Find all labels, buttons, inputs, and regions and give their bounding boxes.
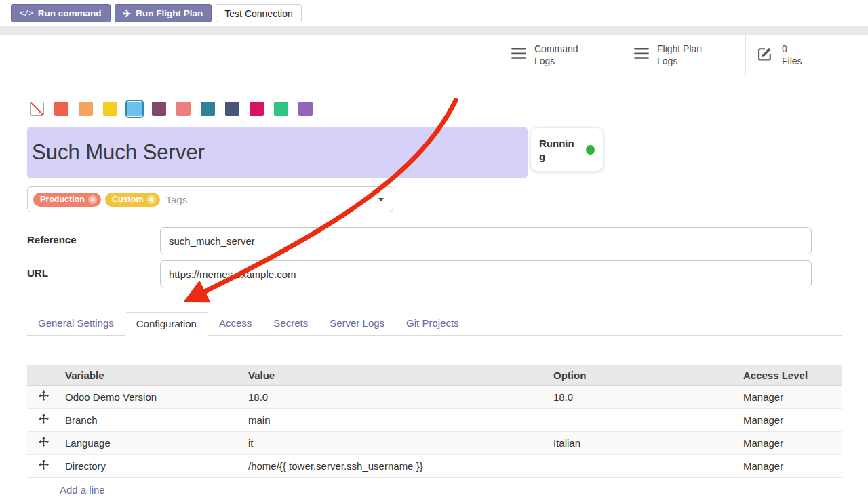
cell-option[interactable]: Italian <box>548 432 738 455</box>
run-flight-plan-label: Run Flight Plan <box>136 8 203 18</box>
run-command-label: Run command <box>38 8 102 18</box>
column-header-option: Option <box>548 365 738 386</box>
plane-icon: ✈ <box>123 8 132 19</box>
cell-variable[interactable]: Odoo Demo Version <box>60 386 243 409</box>
flight-plan-logs-button[interactable]: Flight Plan Logs <box>623 35 745 75</box>
cell-value[interactable]: /home/{{ tower.server.ssh_username }} <box>243 455 548 478</box>
status-card[interactable]: Running <box>530 127 604 172</box>
tab-server-logs[interactable]: Server Logs <box>319 312 395 335</box>
menu-lines-icon <box>634 47 649 62</box>
menu-lines-icon <box>511 47 526 62</box>
color-swatch[interactable] <box>79 102 93 116</box>
color-swatch-none[interactable] <box>30 102 44 116</box>
run-command-button[interactable]: </> Run command <box>11 4 111 22</box>
table-header-row: Variable Value Option Access Level <box>27 365 842 386</box>
action-toolbar: </> Run command ✈ Run Flight Plan Test C… <box>0 0 868 26</box>
tab-access[interactable]: Access <box>208 312 262 335</box>
tab-configuration[interactable]: Configuration <box>125 312 208 336</box>
divider-strip <box>0 26 868 35</box>
tag-production[interactable]: Production × <box>33 193 101 207</box>
add-line-row: Add a line <box>27 478 842 503</box>
color-swatch[interactable] <box>225 102 239 116</box>
files-button[interactable]: 0 Files <box>745 35 868 75</box>
url-label: URL <box>27 260 160 287</box>
flight-plan-logs-label: Flight Plan Logs <box>657 43 702 67</box>
run-flight-plan-button[interactable]: ✈ Run Flight Plan <box>115 4 212 22</box>
color-swatch[interactable] <box>176 102 191 116</box>
cell-access-level[interactable]: Manager <box>738 432 842 455</box>
color-swatch[interactable] <box>54 102 68 116</box>
cell-option[interactable]: 18.0 <box>548 386 738 409</box>
remove-tag-icon[interactable]: × <box>88 195 97 204</box>
tag-custom[interactable]: Custom × <box>105 193 160 207</box>
tab-git-projects[interactable]: Git Projects <box>395 312 470 335</box>
reference-label: Reference <box>27 227 160 254</box>
reference-row: Reference <box>27 227 868 254</box>
cell-access-level[interactable]: Manager <box>738 409 842 432</box>
url-input[interactable] <box>160 260 812 287</box>
form-header: Command Logs Flight Plan Logs 0 Files <box>0 35 868 75</box>
command-logs-button[interactable]: Command Logs <box>500 35 623 75</box>
column-header-variable: Variable <box>60 365 243 386</box>
cell-value[interactable]: 18.0 <box>243 386 548 409</box>
status-label: Running <box>539 137 576 163</box>
table-row[interactable]: Branch main Manager <box>27 409 842 432</box>
cell-variable[interactable]: Language <box>60 432 243 455</box>
cell-access-level[interactable]: Manager <box>738 386 842 409</box>
cell-access-level[interactable]: Manager <box>738 455 842 478</box>
test-connection-button[interactable]: Test Connection <box>216 4 301 22</box>
color-swatch[interactable] <box>250 102 264 116</box>
pencil-square-icon <box>757 45 774 65</box>
notebook-tabs: General Settings Configuration Access Se… <box>27 312 842 336</box>
color-swatch[interactable] <box>274 102 288 116</box>
color-swatch[interactable] <box>152 102 166 116</box>
status-indicator-dot <box>586 145 595 155</box>
tab-secrets[interactable]: Secrets <box>262 312 319 335</box>
color-swatch-selected[interactable] <box>127 102 142 116</box>
files-label: 0 Files <box>782 43 802 67</box>
cell-variable[interactable]: Branch <box>60 409 243 432</box>
table-row[interactable]: Directory /home/{{ tower.server.ssh_user… <box>27 455 842 478</box>
color-swatch[interactable] <box>201 102 215 116</box>
tags-placeholder: Tags <box>166 194 188 205</box>
column-header-access-level: Access Level <box>738 365 842 386</box>
chevron-down-icon[interactable] <box>378 198 384 201</box>
reference-input[interactable] <box>160 227 812 254</box>
drag-handle-icon[interactable] <box>39 414 49 424</box>
tag-label: Production <box>40 195 85 204</box>
configuration-table: Variable Value Option Access Level Odoo … <box>27 365 842 503</box>
handle-column-header <box>27 365 60 386</box>
column-header-value: Value <box>243 365 548 386</box>
cell-option[interactable] <box>548 409 738 432</box>
table-row[interactable]: Odoo Demo Version 18.0 18.0 Manager <box>27 386 842 409</box>
color-palette <box>30 101 868 117</box>
code-icon: </> <box>20 9 33 18</box>
url-row: URL <box>27 260 868 287</box>
cell-value[interactable]: main <box>243 409 548 432</box>
cell-option[interactable] <box>548 455 738 478</box>
table-row[interactable]: Language it Italian Manager <box>27 432 842 455</box>
add-a-line-link[interactable]: Add a line <box>60 484 105 496</box>
title-row: Such Much Server Running <box>27 127 868 178</box>
color-swatch[interactable] <box>298 102 313 116</box>
tab-general-settings[interactable]: General Settings <box>27 312 125 335</box>
tag-label: Custom <box>112 195 144 204</box>
remove-tag-icon[interactable]: × <box>147 195 156 204</box>
server-name-field[interactable]: Such Much Server <box>27 127 528 178</box>
tags-field[interactable]: Production × Custom × Tags <box>27 186 393 212</box>
command-logs-label: Command Logs <box>534 43 578 67</box>
server-form: Such Much Server Running Production × Cu… <box>0 101 868 503</box>
drag-handle-icon[interactable] <box>39 437 49 447</box>
cell-variable[interactable]: Directory <box>60 455 243 478</box>
drag-handle-icon[interactable] <box>39 390 49 401</box>
server-name: Such Much Server <box>32 140 205 165</box>
drag-handle-icon[interactable] <box>39 460 49 470</box>
cell-value[interactable]: it <box>243 432 548 455</box>
color-swatch[interactable] <box>103 102 117 116</box>
